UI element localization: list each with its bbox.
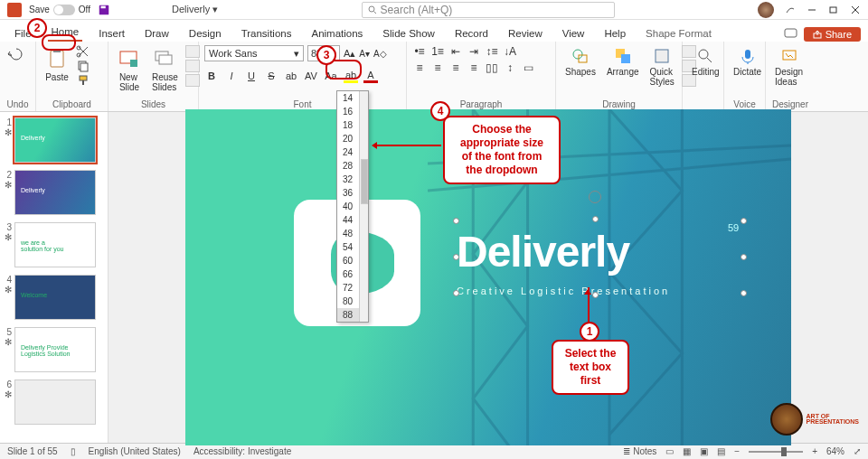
- close-icon[interactable]: [850, 5, 861, 15]
- tab-animations[interactable]: Animations: [307, 25, 366, 42]
- quick-styles-button[interactable]: Quick Styles: [646, 45, 678, 89]
- zoom-slider[interactable]: [749, 451, 803, 453]
- arrange-label: Arrange: [607, 67, 639, 77]
- slide-counter[interactable]: Slide 1 of 55: [7, 446, 58, 456]
- slide-thumbnail[interactable]: Deliverly Provide Logistics Solution: [14, 327, 96, 372]
- scrollbar[interactable]: [359, 91, 368, 322]
- notes-button[interactable]: ≣ Notes: [623, 446, 656, 456]
- thumb-number: 2✻: [4, 170, 12, 190]
- reset-icon[interactable]: [185, 60, 200, 72]
- comments-icon[interactable]: [784, 28, 798, 41]
- design-ideas-button[interactable]: Design Ideas: [771, 45, 807, 89]
- bold-button[interactable]: B: [204, 69, 219, 83]
- shapes-button[interactable]: Shapes: [561, 45, 599, 79]
- align-center-icon[interactable]: ≡: [430, 61, 445, 74]
- format-painter-icon[interactable]: [76, 74, 90, 87]
- numbering-icon[interactable]: 1≡: [430, 45, 445, 58]
- align-text-icon[interactable]: ↕: [503, 61, 517, 74]
- slide-thumbnail[interactable]: [14, 379, 96, 425]
- tab-draw[interactable]: Draw: [141, 25, 173, 42]
- search-input[interactable]: Search (Alt+Q): [362, 2, 615, 18]
- text-direction-icon[interactable]: ↓A: [503, 45, 517, 58]
- columns-icon[interactable]: ▯▯: [485, 61, 499, 74]
- line-spacing-icon[interactable]: ↕≡: [485, 45, 499, 58]
- slide-thumbnail[interactable]: Deliverly: [14, 117, 96, 163]
- restore-icon[interactable]: [828, 5, 839, 15]
- language-status[interactable]: English (United States): [89, 446, 181, 456]
- document-title[interactable]: Deliverly ▾: [172, 4, 218, 15]
- tab-record[interactable]: Record: [451, 25, 492, 42]
- spellcheck-icon[interactable]: ▯: [71, 446, 76, 456]
- align-left-icon[interactable]: ≡: [412, 61, 427, 74]
- slide-thumbnail[interactable]: we are a solution for you: [14, 222, 96, 267]
- selection-handle[interactable]: [741, 290, 747, 296]
- layout-icon[interactable]: [185, 45, 200, 58]
- selection-handle[interactable]: [592, 292, 599, 298]
- font-size-dropdown[interactable]: 1416182024283236404448546066728088: [336, 90, 369, 323]
- selection-handle[interactable]: [741, 218, 747, 224]
- align-right-icon[interactable]: ≡: [448, 61, 463, 74]
- user-avatar[interactable]: [758, 2, 774, 18]
- slideshow-view-icon[interactable]: ▤: [717, 446, 725, 456]
- indent-inc-icon[interactable]: ⇥: [467, 45, 481, 58]
- accessibility-status[interactable]: Accessibility: Investigate: [193, 446, 291, 456]
- zoom-out-icon[interactable]: −: [734, 446, 740, 456]
- underline-button[interactable]: U: [244, 69, 259, 83]
- copy-icon[interactable]: [76, 60, 90, 72]
- selection-handle[interactable]: [592, 216, 599, 222]
- reuse-slides-button[interactable]: Reuse Slides: [148, 45, 182, 94]
- tab-transitions[interactable]: Transitions: [238, 25, 296, 42]
- selection-handle[interactable]: [453, 218, 459, 224]
- justify-icon[interactable]: ≡: [467, 61, 481, 74]
- zoom-in-icon[interactable]: +: [812, 446, 817, 456]
- cut-icon[interactable]: [76, 45, 90, 58]
- paste-button[interactable]: Paste: [42, 45, 72, 84]
- sorter-view-icon[interactable]: ▦: [683, 446, 691, 456]
- indent-dec-icon[interactable]: ⇤: [448, 45, 463, 58]
- tab-design[interactable]: Design: [185, 25, 225, 42]
- tab-review[interactable]: Review: [505, 25, 546, 42]
- minimize-icon[interactable]: [807, 5, 817, 15]
- normal-view-icon[interactable]: ▭: [665, 446, 674, 456]
- undo-icon[interactable]: [5, 45, 24, 63]
- save-icon[interactable]: [98, 4, 110, 16]
- strike-button[interactable]: S: [264, 69, 278, 83]
- toggle-switch-icon[interactable]: [53, 5, 75, 15]
- editing-button[interactable]: Editing: [688, 45, 723, 79]
- selection-handle[interactable]: [741, 254, 747, 260]
- smartart-icon[interactable]: ▭: [521, 61, 535, 74]
- rotation-handle[interactable]: [589, 191, 601, 203]
- slide-thumbnails-panel[interactable]: 1✻ Deliverly 2✻ Deliverly 3✻ we are a so…: [0, 112, 108, 443]
- slide-thumbnail[interactable]: Deliverly: [14, 170, 96, 215]
- slide-title-textbox[interactable]: Deliverly: [457, 227, 629, 276]
- dictate-button[interactable]: Dictate: [730, 45, 765, 79]
- font-color-button[interactable]: A: [363, 69, 378, 83]
- italic-button[interactable]: I: [224, 69, 239, 83]
- tab-slideshow[interactable]: Slide Show: [379, 25, 439, 42]
- new-slide-button[interactable]: New Slide: [114, 45, 145, 94]
- arrange-button[interactable]: Arrange: [603, 45, 643, 79]
- font-name-input[interactable]: Work Sans▾: [204, 45, 304, 61]
- tab-help[interactable]: Help: [600, 25, 629, 42]
- selection-handle[interactable]: [453, 290, 459, 296]
- slide-thumbnail[interactable]: Welcome: [14, 275, 96, 320]
- tab-insert[interactable]: Insert: [95, 25, 128, 42]
- autosave-toggle[interactable]: Save Off: [29, 5, 90, 15]
- zoom-value[interactable]: 64%: [826, 446, 844, 456]
- slide-subtitle[interactable]: Creative Logistic Presentation: [457, 286, 670, 296]
- share-button[interactable]: Share: [804, 27, 861, 42]
- scroll-thumb[interactable]: [361, 159, 368, 204]
- reading-view-icon[interactable]: ▣: [700, 446, 708, 456]
- tab-view[interactable]: View: [559, 25, 589, 42]
- selection-handle[interactable]: [453, 254, 459, 260]
- bullets-icon[interactable]: •≡: [412, 45, 427, 58]
- shadow-button[interactable]: ab: [284, 69, 298, 83]
- section-icon[interactable]: [185, 74, 200, 87]
- clear-format-icon[interactable]: A◇: [373, 49, 387, 59]
- spacing-button[interactable]: AV: [304, 69, 318, 83]
- increase-font-icon[interactable]: A▴: [344, 48, 355, 60]
- decrease-font-icon[interactable]: A▾: [359, 49, 370, 59]
- tab-shape-format[interactable]: Shape Format: [642, 25, 715, 42]
- fit-icon[interactable]: ⤢: [854, 446, 861, 456]
- ribbon-display-icon[interactable]: [785, 5, 796, 15]
